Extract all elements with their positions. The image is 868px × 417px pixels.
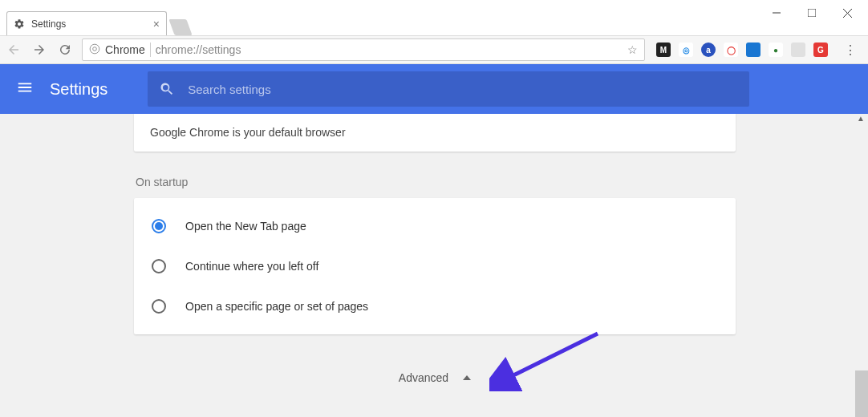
window-controls	[759, 2, 865, 24]
chrome-icon	[89, 43, 100, 57]
omnibox[interactable]: Chrome chrome://settings ☆	[82, 38, 645, 61]
ext-square-blue-icon[interactable]	[746, 43, 761, 57]
radio-label: Continue where you left off	[185, 260, 318, 273]
close-window-button[interactable]	[829, 2, 865, 24]
startup-option-0[interactable]: Open the New Tab page	[134, 206, 736, 246]
default-browser-card: Google Chrome is your default browser	[134, 114, 736, 152]
svg-point-5	[93, 47, 97, 51]
browser-tab-settings[interactable]: Settings ×	[6, 11, 167, 35]
back-button[interactable]	[6, 43, 21, 57]
ext-m-icon[interactable]: M	[656, 43, 671, 57]
settings-header: Settings	[0, 64, 868, 114]
radio-icon	[152, 259, 166, 273]
ext-gray-icon[interactable]	[791, 43, 805, 57]
omnibox-separator	[150, 43, 151, 57]
tab-title: Settings	[31, 18, 66, 30]
settings-content: ▲ Google Chrome is your default browser …	[0, 114, 868, 417]
caret-up-icon	[463, 375, 471, 380]
advanced-label: Advanced	[399, 371, 448, 384]
tab-strip: Settings ×	[0, 0, 189, 35]
forward-button[interactable]	[32, 43, 47, 57]
reload-button[interactable]	[58, 43, 72, 57]
startup-section-title: On startup	[136, 176, 736, 188]
radio-icon	[152, 299, 166, 314]
ext-a-icon[interactable]: a	[701, 43, 716, 57]
bookmark-star-icon[interactable]: ☆	[627, 43, 638, 56]
radio-label: Open a specific page or set of pages	[185, 300, 368, 313]
omnibox-url: chrome://settings	[156, 43, 241, 56]
minimize-button[interactable]	[759, 2, 794, 24]
page-title: Settings	[50, 80, 107, 99]
advanced-toggle[interactable]: Advanced	[134, 371, 736, 384]
default-browser-text: Google Chrome is your default browser	[150, 126, 346, 139]
gear-icon	[14, 18, 25, 30]
radio-icon	[152, 219, 166, 233]
svg-rect-1	[808, 9, 816, 17]
maximize-button[interactable]	[794, 2, 829, 24]
address-bar: Chrome chrome://settings ☆ M◎a◯●G ⋮	[0, 35, 868, 64]
vertical-scrollbar[interactable]	[855, 370, 868, 417]
startup-option-1[interactable]: Continue where you left off	[134, 246, 736, 286]
extension-icons: M◎a◯●G	[651, 43, 833, 57]
browser-titlebar: Settings ×	[0, 0, 868, 35]
ext-red-circle-icon[interactable]: ◯	[724, 43, 738, 57]
startup-card: Open the New Tab pageContinue where you …	[134, 198, 736, 334]
ext-g-icon[interactable]: G	[813, 43, 828, 57]
browser-menu-button[interactable]: ⋮	[839, 43, 862, 58]
svg-point-4	[90, 44, 99, 54]
omnibox-prefix: Chrome	[105, 43, 145, 56]
startup-option-2[interactable]: Open a specific page or set of pages	[134, 286, 736, 326]
close-icon[interactable]: ×	[153, 18, 160, 30]
new-tab-button[interactable]	[168, 19, 192, 35]
search-icon	[159, 81, 175, 97]
radio-label: Open the New Tab page	[185, 220, 306, 233]
scroll-up-caret-icon[interactable]: ▲	[857, 114, 865, 123]
search-input[interactable]	[188, 83, 738, 96]
settings-search[interactable]	[148, 71, 749, 107]
ext-circle-blue-icon[interactable]: ◎	[679, 43, 693, 57]
hamburger-icon[interactable]	[16, 79, 34, 99]
ext-green-icon[interactable]: ●	[769, 43, 783, 57]
